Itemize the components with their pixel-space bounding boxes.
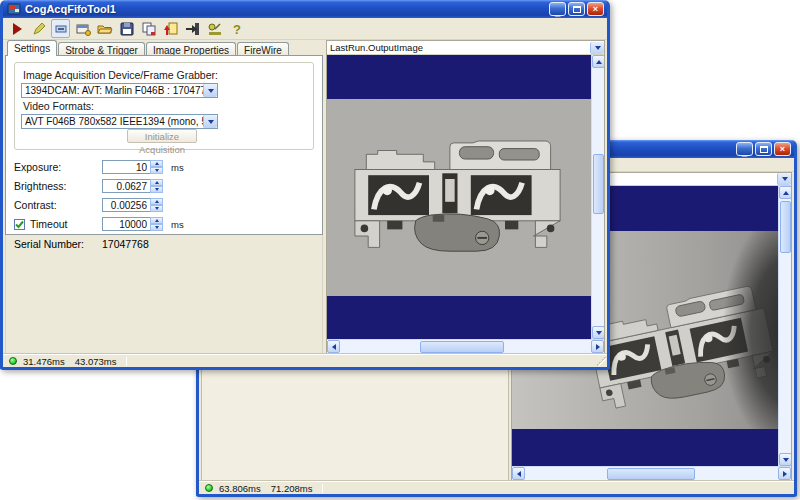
chevron-down-icon[interactable] (203, 84, 217, 97)
video-formats-value: AVT F046B 780x582 IEEE1394 (mono, 53fps,… (22, 116, 203, 127)
edit-pencil-icon[interactable] (29, 19, 48, 38)
open-file-icon[interactable] (95, 19, 114, 38)
scroll-left-icon[interactable] (512, 467, 525, 480)
scroll-right-icon[interactable] (778, 467, 791, 480)
close-button[interactable]: × (774, 142, 791, 156)
contrast-label: Contrast: (14, 199, 102, 211)
back-vertical-scrollbar[interactable] (778, 186, 791, 466)
statusbar-divider (322, 484, 323, 493)
chevron-down-icon[interactable] (590, 42, 604, 54)
front-window-titlebar[interactable]: CogAcqFifoTool1 _ × (3, 0, 607, 18)
timeout-checkbox[interactable] (14, 219, 25, 230)
initialize-acquisition-button[interactable]: Initialize Acquisition (127, 129, 197, 143)
front-window-title: CogAcqFifoTool1 (25, 3, 549, 15)
device-groupbox: Image Acquisition Device/Frame Grabber: … (14, 62, 314, 150)
brightness-input[interactable] (102, 179, 150, 193)
acquire-time: 31.476ms (23, 356, 65, 367)
settings-panel-filler (5, 235, 323, 354)
check-icon (15, 220, 24, 229)
close-button[interactable]: × (587, 2, 604, 16)
scroll-down-icon[interactable] (592, 326, 604, 339)
tab-settings[interactable]: Settings (7, 40, 57, 56)
front-camera-image (327, 55, 596, 339)
back-horizontal-scrollbar[interactable] (512, 466, 791, 480)
exposure-input[interactable] (102, 160, 150, 174)
back-status-bar: 63.806ms 71.208ms (199, 481, 794, 494)
settings-scale-icon[interactable] (205, 19, 224, 38)
front-image-panel: LastRun.OutputImage (326, 40, 605, 354)
back-hscroll-thumb[interactable] (607, 468, 695, 480)
scroll-up-icon[interactable] (779, 186, 791, 199)
spin-up-icon[interactable] (150, 198, 163, 205)
exposure-label: Exposure: (14, 161, 102, 173)
status-indicator-icon (205, 484, 213, 492)
app-icon (7, 2, 21, 16)
resize-grip[interactable] (596, 356, 606, 366)
spin-down-icon[interactable] (150, 205, 163, 212)
minimize-button[interactable]: _ (549, 2, 566, 16)
front-image-viewport[interactable] (327, 55, 604, 339)
statusbar-divider (126, 357, 127, 366)
front-image-selector-value: LastRun.OutputImage (327, 42, 590, 53)
video-formats-label: Video Formats: (23, 100, 307, 112)
device-label: Image Acquisition Device/Frame Grabber: (23, 69, 307, 81)
import-image-icon[interactable] (161, 19, 180, 38)
front-horizontal-scrollbar[interactable] (327, 339, 604, 353)
exposure-unit: ms (171, 162, 184, 173)
copy-results-icon[interactable] (139, 19, 158, 38)
help-icon[interactable]: ? (227, 19, 246, 38)
serial-number-label: Serial Number: (14, 238, 102, 250)
brightness-spinner[interactable] (150, 179, 163, 193)
acquire-time: 63.806ms (219, 483, 261, 494)
exposure-spinner[interactable] (150, 160, 163, 174)
run-time: 71.208ms (271, 483, 313, 494)
spin-up-icon[interactable] (150, 160, 163, 167)
brightness-label: Brightness: (14, 180, 102, 192)
serial-number-value: 17047768 (102, 238, 149, 250)
chevron-down-icon[interactable] (777, 173, 791, 185)
export-icon[interactable] (183, 19, 202, 38)
front-status-bar: 31.476ms 43.073ms (3, 354, 607, 367)
back-vscroll-thumb[interactable] (780, 201, 791, 253)
tab-firewire[interactable]: FireWire (237, 42, 289, 56)
timeout-input[interactable] (102, 217, 150, 231)
maximize-button[interactable] (568, 2, 585, 16)
scroll-down-icon[interactable] (779, 453, 791, 466)
timeout-spinner[interactable] (150, 217, 163, 231)
scroll-up-icon[interactable] (592, 55, 604, 68)
front-window: CogAcqFifoTool1 _ × (0, 0, 610, 370)
scroll-right-icon[interactable] (591, 340, 604, 353)
svg-text:?: ? (233, 22, 241, 37)
front-hscroll-thumb[interactable] (420, 341, 504, 353)
video-formats-combobox[interactable]: AVT F046B 780x582 IEEE1394 (mono, 53fps,… (21, 114, 218, 129)
status-indicator-icon (9, 357, 17, 365)
spin-up-icon[interactable] (150, 179, 163, 186)
scroll-left-icon[interactable] (327, 340, 340, 353)
spin-down-icon[interactable] (150, 186, 163, 193)
device-combobox[interactable]: 1394DCAM: AVT: Marlin F046B : 17047768 (21, 83, 218, 98)
front-vertical-scrollbar[interactable] (591, 55, 604, 339)
contrast-spinner[interactable] (150, 198, 163, 212)
save-icon[interactable] (117, 19, 136, 38)
settings-tab-page: Image Acquisition Device/Frame Grabber: … (5, 55, 323, 235)
spin-down-icon[interactable] (150, 167, 163, 174)
float-window-icon[interactable] (73, 19, 92, 38)
show-electrode-icon[interactable] (51, 19, 70, 38)
contrast-input[interactable] (102, 198, 150, 212)
run-icon[interactable] (7, 19, 26, 38)
spin-down-icon[interactable] (150, 224, 163, 231)
run-time: 43.073ms (75, 356, 117, 367)
desktop: _ × (0, 0, 800, 500)
front-window-toolbar: ? (3, 18, 607, 40)
timeout-unit: ms (171, 219, 184, 230)
minimize-button[interactable]: _ (736, 142, 753, 156)
front-image-selector[interactable]: LastRun.OutputImage (327, 41, 604, 55)
maximize-button[interactable] (755, 142, 772, 156)
timeout-label: Timeout (30, 218, 68, 230)
chevron-down-icon[interactable] (203, 115, 217, 128)
spin-up-icon[interactable] (150, 217, 163, 224)
front-vscroll-thumb[interactable] (593, 154, 604, 214)
device-combobox-value: 1394DCAM: AVT: Marlin F046B : 17047768 (22, 85, 203, 96)
tab-strobe-trigger[interactable]: Strobe & Trigger (58, 42, 145, 56)
tab-image-properties[interactable]: Image Properties (146, 42, 236, 56)
